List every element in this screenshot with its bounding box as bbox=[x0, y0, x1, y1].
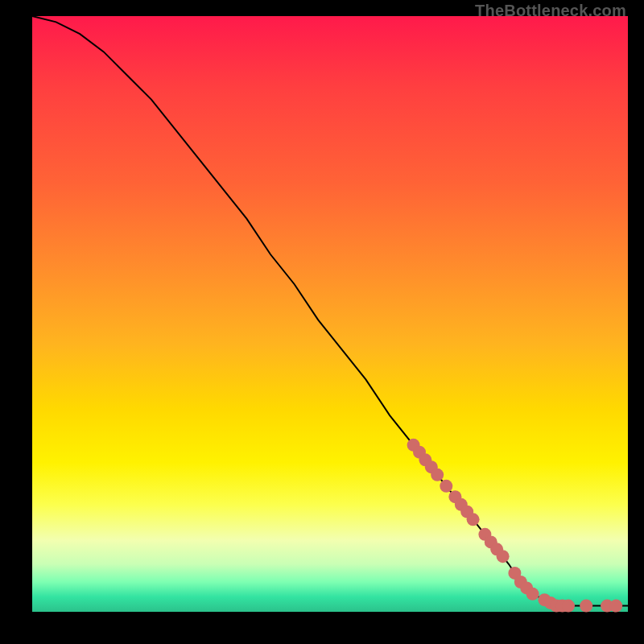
chart-frame: TheBottleneck.com bbox=[0, 0, 644, 644]
marker-point bbox=[497, 550, 510, 563]
marker-point bbox=[580, 600, 592, 613]
highlighted-points bbox=[407, 439, 623, 613]
marker-point bbox=[609, 600, 622, 613]
chart-svg bbox=[32, 16, 628, 612]
bottleneck-curve bbox=[32, 16, 628, 606]
marker-point bbox=[467, 513, 480, 526]
plot-area bbox=[32, 16, 628, 612]
marker-point bbox=[562, 600, 575, 613]
marker-point bbox=[440, 480, 452, 493]
marker-point bbox=[526, 588, 539, 601]
marker-point bbox=[431, 469, 444, 481]
